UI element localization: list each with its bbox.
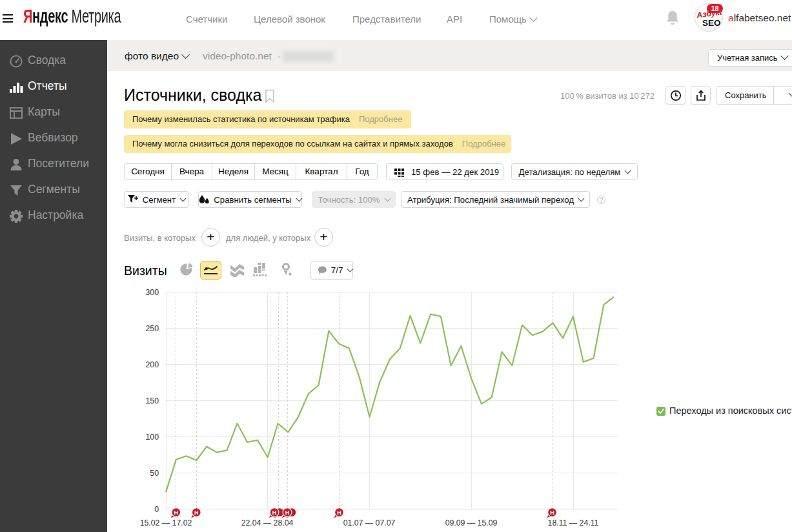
svg-text:15.02 — 17.02: 15.02 — 17.02 (140, 518, 192, 527)
svg-text:01.07 — 07.07: 01.07 — 07.07 (343, 518, 396, 527)
svg-text:300: 300 (145, 288, 159, 297)
svg-text:22.04 — 28.04: 22.04 — 28.04 (241, 518, 294, 527)
svg-text:50: 50 (150, 469, 159, 478)
svg-text:100: 100 (145, 433, 159, 442)
svg-text:Н: Н (285, 509, 290, 516)
svg-text:250: 250 (145, 324, 159, 333)
svg-text:Н: Н (550, 509, 554, 516)
svg-text:150: 150 (145, 396, 159, 405)
svg-text:18.11 — 24.11: 18.11 — 24.11 (548, 518, 599, 527)
svg-text:200: 200 (145, 360, 159, 369)
svg-text:Н: Н (174, 509, 179, 516)
svg-text:Н: Н (337, 509, 341, 516)
svg-text:Н: Н (272, 509, 277, 516)
svg-text:0: 0 (154, 505, 159, 514)
svg-text:Н: Н (194, 509, 199, 516)
svg-text:09.09 — 15.09: 09.09 — 15.09 (445, 518, 498, 527)
